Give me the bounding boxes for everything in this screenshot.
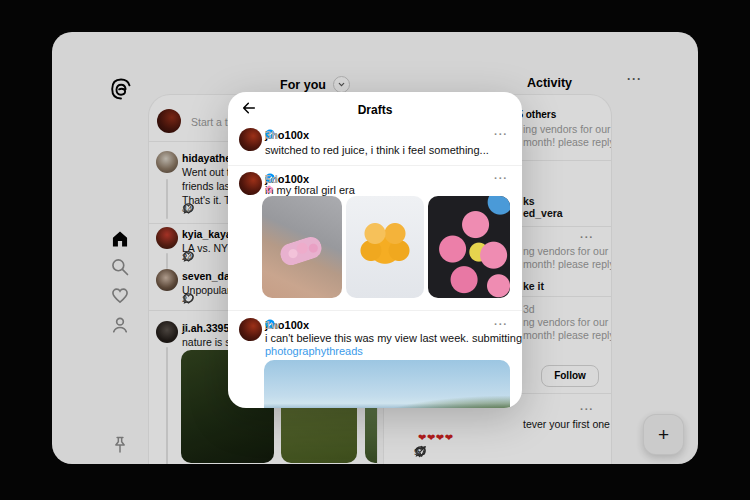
thread-line: [166, 347, 168, 464]
comment-count: 2: [182, 251, 187, 262]
avatar[interactable]: [156, 151, 178, 173]
feed-tab-label: For you: [280, 78, 326, 92]
draft-more-icon[interactable]: ···: [494, 128, 508, 140]
activity-text: ed_vera: [523, 207, 563, 219]
pin-icon[interactable]: [107, 432, 133, 458]
share-icon[interactable]: [182, 464, 195, 465]
draft-image[interactable]: [428, 196, 510, 298]
avatar[interactable]: [239, 172, 262, 195]
feed-tab-header[interactable]: For you: [200, 76, 430, 93]
home-icon[interactable]: [107, 226, 133, 252]
activity-reply-text: ke it: [523, 280, 544, 292]
chevron-down-icon[interactable]: [333, 76, 350, 93]
activity-preview: ng vendors for our: [523, 316, 608, 328]
drafts-modal: Drafts jiho100x 3h ··· switched to red j…: [228, 92, 522, 408]
flower-emoji: ✿: [265, 184, 273, 195]
activity-text: ks: [523, 195, 535, 207]
draft-more-icon[interactable]: ···: [494, 318, 508, 330]
draft-image[interactable]: [262, 196, 342, 298]
threads-logo-icon[interactable]: [108, 76, 134, 102]
search-icon[interactable]: [107, 254, 133, 280]
post-time: 1: [182, 322, 188, 334]
avatar[interactable]: [239, 128, 262, 151]
thread-line: [166, 179, 168, 219]
draft-more-icon[interactable]: ···: [494, 172, 508, 184]
activity-preview: month! please reply: [523, 258, 612, 270]
modal-title: Drafts: [228, 103, 522, 117]
activity-more-icon[interactable]: ···: [580, 403, 594, 415]
avatar[interactable]: [156, 321, 178, 343]
heart-emojis: ❤❤❤❤: [418, 432, 454, 443]
draft-text: i can't believe this was my view last we…: [265, 332, 522, 344]
activity-preview: month! please reply: [523, 136, 612, 148]
draft-time: 1w: [265, 319, 280, 331]
activity-text: tever your first one: [523, 418, 610, 430]
draft-link[interactable]: photographythreads: [265, 345, 363, 357]
menu-icon[interactable]: [107, 456, 133, 464]
activity-more-icon[interactable]: ···: [627, 72, 642, 86]
comment-count: 1: [182, 293, 187, 304]
activity-heart-icon[interactable]: [107, 282, 133, 308]
draft-image[interactable]: [346, 196, 424, 298]
new-thread-button[interactable]: +: [643, 414, 684, 455]
activity-preview: ng vendors for our: [523, 245, 608, 257]
composer-avatar[interactable]: [157, 109, 181, 133]
activity-time: 3d: [523, 303, 535, 315]
follow-button[interactable]: Follow: [541, 365, 599, 387]
avatar[interactable]: [156, 227, 178, 249]
share-icon[interactable]: [414, 445, 427, 458]
activity-preview: month! please reply: [523, 329, 612, 341]
activity-preview: ing vendors for our: [523, 123, 611, 135]
activity-more-icon[interactable]: ···: [580, 231, 594, 243]
divider: [228, 310, 522, 311]
app-window: For you Activity ··· Start a thread... P…: [52, 32, 698, 464]
comment-count: 4: [182, 203, 187, 214]
profile-icon[interactable]: [107, 312, 133, 338]
draft-image[interactable]: [264, 360, 510, 408]
avatar[interactable]: [156, 269, 178, 291]
avatar[interactable]: [239, 318, 262, 341]
draft-text: switched to red juice, i think i feel so…: [265, 144, 489, 156]
divider: [228, 165, 522, 166]
draft-time: 3h: [265, 129, 278, 141]
thread-line: [166, 253, 168, 269]
